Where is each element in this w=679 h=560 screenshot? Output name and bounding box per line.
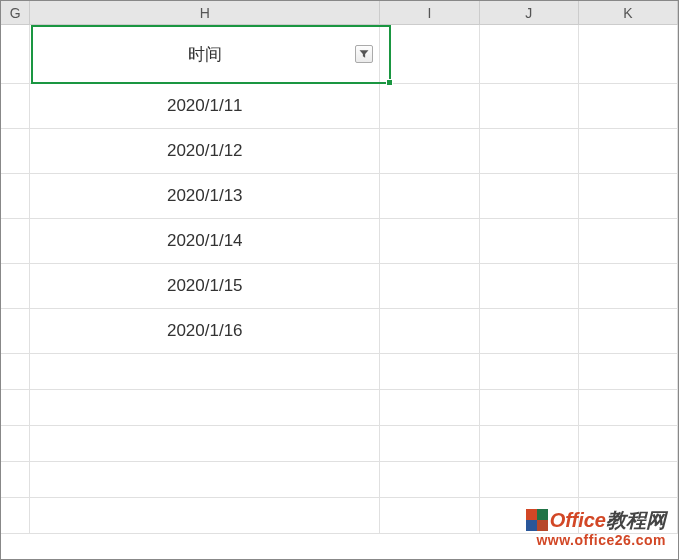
cell-i10[interactable]	[380, 426, 479, 461]
cell-k2[interactable]	[579, 84, 678, 128]
cell-i4[interactable]	[380, 174, 479, 218]
cell-i5[interactable]	[380, 219, 479, 263]
col-header-j[interactable]: J	[480, 1, 579, 24]
spreadsheet-grid: G H I J K 时间 2020/1/11 2020/1/12 2020/1/	[1, 1, 678, 559]
watermark-brand: Office教程网	[526, 508, 666, 532]
cell-i9[interactable]	[380, 390, 479, 425]
cell-h9[interactable]	[30, 390, 380, 425]
cell-i1[interactable]	[380, 25, 479, 83]
col-header-g[interactable]: G	[1, 1, 30, 24]
col-header-k[interactable]: K	[579, 1, 678, 24]
col-header-h[interactable]: H	[30, 1, 380, 24]
watermark: Office教程网 www.office26.com	[526, 508, 666, 549]
office-logo-icon	[526, 509, 548, 531]
row-5: 2020/1/14	[1, 219, 678, 264]
cell-g3[interactable]	[1, 129, 30, 173]
cell-j11[interactable]	[480, 462, 579, 497]
cell-h8[interactable]	[30, 354, 380, 389]
header-label: 时间	[188, 43, 222, 66]
cell-k9[interactable]	[579, 390, 678, 425]
cell-k1[interactable]	[579, 25, 678, 83]
cell-h6[interactable]: 2020/1/15	[30, 264, 380, 308]
row-8	[1, 354, 678, 390]
cell-k10[interactable]	[579, 426, 678, 461]
cell-j5[interactable]	[480, 219, 579, 263]
cell-h3[interactable]: 2020/1/12	[30, 129, 380, 173]
cell-k8[interactable]	[579, 354, 678, 389]
cell-g12[interactable]	[1, 498, 30, 533]
cell-k11[interactable]	[579, 462, 678, 497]
watermark-url: www.office26.com	[526, 532, 666, 549]
row-11	[1, 462, 678, 498]
row-3: 2020/1/12	[1, 129, 678, 174]
cell-i2[interactable]	[380, 84, 479, 128]
cell-k3[interactable]	[579, 129, 678, 173]
cell-i11[interactable]	[380, 462, 479, 497]
cell-j9[interactable]	[480, 390, 579, 425]
row-4: 2020/1/13	[1, 174, 678, 219]
cell-k4[interactable]	[579, 174, 678, 218]
cell-j6[interactable]	[480, 264, 579, 308]
cell-g7[interactable]	[1, 309, 30, 353]
column-header-row: G H I J K	[1, 1, 678, 25]
cell-h4[interactable]: 2020/1/13	[30, 174, 380, 218]
cell-j10[interactable]	[480, 426, 579, 461]
cell-h12[interactable]	[30, 498, 380, 533]
cell-i12[interactable]	[380, 498, 479, 533]
row-7: 2020/1/16	[1, 309, 678, 354]
cell-k5[interactable]	[579, 219, 678, 263]
cell-g10[interactable]	[1, 426, 30, 461]
cell-k6[interactable]	[579, 264, 678, 308]
cell-h10[interactable]	[30, 426, 380, 461]
row-9	[1, 390, 678, 426]
cell-g5[interactable]	[1, 219, 30, 263]
cell-g1[interactable]	[1, 25, 30, 83]
cell-g11[interactable]	[1, 462, 30, 497]
cell-h2[interactable]: 2020/1/11	[30, 84, 380, 128]
cell-i8[interactable]	[380, 354, 479, 389]
cell-k7[interactable]	[579, 309, 678, 353]
cell-j2[interactable]	[480, 84, 579, 128]
cell-g6[interactable]	[1, 264, 30, 308]
cell-i6[interactable]	[380, 264, 479, 308]
cell-j7[interactable]	[480, 309, 579, 353]
row-2: 2020/1/11	[1, 84, 678, 129]
cell-g2[interactable]	[1, 84, 30, 128]
filter-icon[interactable]	[355, 45, 373, 63]
cell-g9[interactable]	[1, 390, 30, 425]
col-header-i[interactable]: I	[380, 1, 479, 24]
cell-i7[interactable]	[380, 309, 479, 353]
watermark-prefix: Office	[550, 509, 606, 531]
row-1: 时间	[1, 25, 678, 84]
cell-j1[interactable]	[480, 25, 579, 83]
watermark-suffix: 教程网	[606, 509, 666, 531]
cell-g4[interactable]	[1, 174, 30, 218]
row-10	[1, 426, 678, 462]
cell-g8[interactable]	[1, 354, 30, 389]
cell-i3[interactable]	[380, 129, 479, 173]
cell-j4[interactable]	[480, 174, 579, 218]
row-6: 2020/1/15	[1, 264, 678, 309]
cell-h1[interactable]: 时间	[30, 25, 380, 83]
cell-j3[interactable]	[480, 129, 579, 173]
cell-h7[interactable]: 2020/1/16	[30, 309, 380, 353]
cell-j8[interactable]	[480, 354, 579, 389]
cell-h5[interactable]: 2020/1/14	[30, 219, 380, 263]
cell-h11[interactable]	[30, 462, 380, 497]
